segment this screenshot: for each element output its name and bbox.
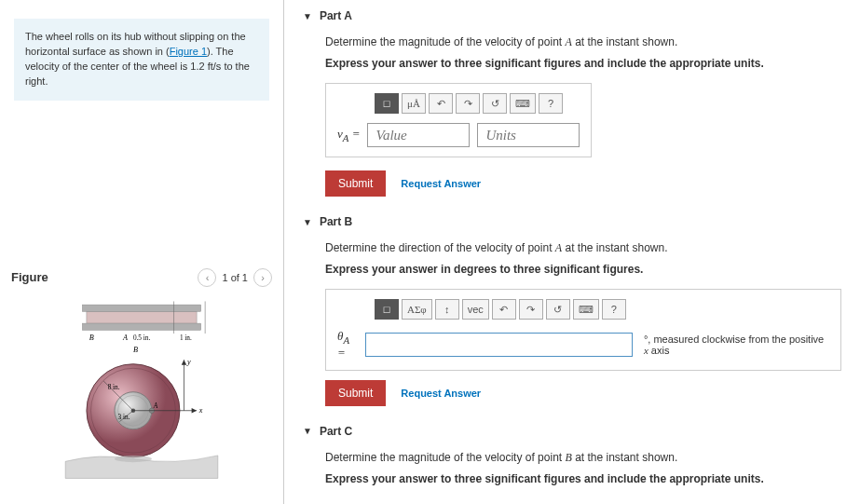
label-dim-a: 0.5 in. [133,334,151,342]
figure-image: B A 0.5 in. 1 in. B [11,296,272,483]
vec-button[interactable]: vec [462,299,489,320]
templates-button[interactable]: □ [375,93,399,114]
greek-button[interactable]: ΑΣφ [402,299,432,320]
label-a-top: A [122,334,129,342]
keyboard-button[interactable]: ⌨ [573,299,599,320]
value-input[interactable] [367,123,470,147]
svg-rect-1 [82,305,200,311]
label-x-axis: x [198,406,203,415]
svg-marker-14 [192,408,197,413]
label-y-axis: y [186,357,191,365]
part-b: ▼ Part B Determine the direction of the … [303,215,841,406]
problem-statement: The wheel rolls on its hub without slipp… [14,19,269,101]
figure-pager: ‹ 1 of 1 › [198,268,272,287]
help-button[interactable]: ? [539,93,563,114]
undo-button[interactable]: ↶ [429,93,453,114]
redo-button[interactable]: ↷ [456,93,480,114]
part-b-prompt: Determine the direction of the velocity … [325,241,841,255]
units-button[interactable]: μÅ [402,93,426,114]
svg-rect-0 [87,311,197,323]
pager-prev-button[interactable]: ‹ [198,268,216,287]
redo-button[interactable]: ↷ [519,299,543,320]
part-a-instruction: Express your answer to three significant… [325,57,841,70]
templates-button[interactable]: □ [375,299,399,320]
svg-rect-2 [82,323,200,330]
pager-text: 1 of 1 [222,272,248,283]
collapse-icon[interactable]: ▼ [303,11,312,21]
part-a-answer-box: □ μÅ ↶ ↷ ↺ ⌨ ? vA = [325,83,592,157]
collapse-icon[interactable]: ▼ [303,426,312,436]
label-b-top: B [89,334,94,342]
part-a-label: vA = [337,127,360,143]
part-a-title: Part A [320,9,352,22]
undo-button[interactable]: ↶ [492,299,516,320]
angle-input[interactable] [365,333,633,357]
part-c-title: Part C [320,425,352,438]
help-button[interactable]: ? [602,299,626,320]
request-answer-link[interactable]: Request Answer [401,388,481,399]
part-c: ▼ Part C Determine the magnitude of the … [303,425,841,485]
svg-marker-16 [182,360,186,364]
svg-point-17 [115,456,152,462]
pager-next-button[interactable]: › [253,268,272,287]
submit-button[interactable]: Submit [325,170,386,197]
part-b-suffix: °, measured clockwise from the positive … [644,334,829,356]
label-r8: 8 in. [108,384,120,391]
units-input[interactable] [477,123,580,147]
keyboard-button[interactable]: ⌨ [510,93,536,114]
submit-button[interactable]: Submit [325,380,386,406]
reset-button[interactable]: ↺ [483,93,507,114]
part-b-instruction: Express your answer in degrees to three … [325,263,841,276]
part-b-label: θA = [337,329,358,361]
figure-link[interactable]: Figure 1 [170,46,207,57]
part-b-title: Part B [320,215,352,228]
part-c-instruction: Express your answer to three significant… [325,472,841,485]
collapse-icon[interactable]: ▼ [303,217,312,227]
figure-title: Figure [11,270,48,284]
reset-button[interactable]: ↺ [546,299,570,320]
label-r3: 3 in. [118,414,130,421]
label-dim-1: 1 in. [180,334,192,342]
label-a-point: A [153,402,158,410]
request-answer-link[interactable]: Request Answer [401,178,481,189]
label-b-side: B [133,346,138,354]
part-c-prompt: Determine the magnitude of the velocity … [325,451,841,465]
part-a-prompt: Determine the magnitude of the velocity … [325,35,841,49]
scripts-button[interactable]: ↕ [435,299,459,320]
part-a: ▼ Part A Determine the magnitude of the … [303,9,841,197]
part-b-answer-box: □ ΑΣφ ↕ vec ↶ ↷ ↺ ⌨ ? θA = °, [325,289,841,371]
